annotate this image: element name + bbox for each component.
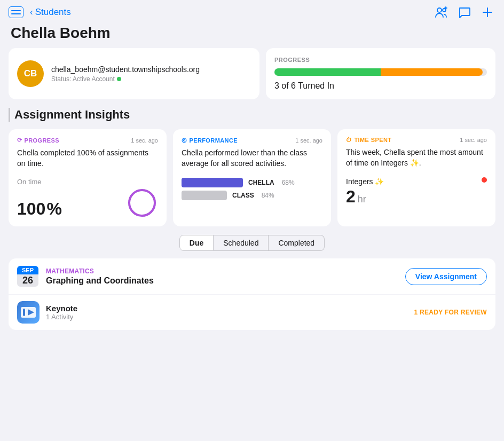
- item-subtitle: 1 Activity: [46, 313, 77, 321]
- keynote-icon: [17, 301, 40, 324]
- person-group-button[interactable]: [435, 6, 447, 18]
- progress-bar-green: [274, 68, 381, 76]
- class-bar-label: CLASS: [232, 192, 254, 199]
- progress-metric-label: On time: [17, 178, 158, 186]
- insight-tag-progress: ⟳ PROGRESS: [17, 137, 59, 144]
- time-tag-icon: ⏱: [346, 137, 352, 143]
- tab-scheduled[interactable]: Scheduled: [214, 235, 269, 251]
- time-unit: hr: [358, 194, 366, 205]
- insight-tag-time: ⏱ TIME SPENT: [346, 137, 391, 143]
- time-topic: Integers ✨: [346, 177, 384, 186]
- assignment-date-badge: SEP 26: [17, 266, 38, 287]
- page-title-area: Chella Boehm: [0, 22, 504, 48]
- back-label: Students: [35, 7, 71, 18]
- assignment-item-left: Keynote 1 Activity: [17, 301, 77, 324]
- assignment-item-keynote: Keynote 1 Activity 1 READY FOR REVIEW: [9, 295, 495, 330]
- svg-point-7: [129, 190, 155, 216]
- status-text: Status: Active Account: [51, 75, 115, 83]
- progress-subtitle: 3 of 6 Turned In: [274, 81, 487, 91]
- insight-tag-performance: ◎ PERFORMANCE: [182, 137, 238, 144]
- performance-tag-label: PERFORMANCE: [189, 137, 238, 144]
- insight-description-performance: Chella performed lower than the class av…: [182, 148, 322, 169]
- progress-tag-label: PROGRESS: [24, 137, 59, 144]
- progress-tag-icon: ⟳: [17, 137, 22, 144]
- chella-bar: [182, 178, 243, 187]
- class-bar-pct: 84%: [262, 192, 274, 199]
- assignment-section: SEP 26 MATHEMATICS Graphing and Coordina…: [9, 258, 495, 330]
- toggle-line-2: [11, 13, 21, 14]
- progress-card: PROGRESS 3 of 6 Turned In: [266, 48, 495, 99]
- class-bar: [182, 191, 227, 200]
- top-bar-left: ‹ Students: [9, 6, 71, 18]
- item-name: Keynote: [46, 304, 77, 313]
- assignment-subject: MATHEMATICS: [46, 267, 405, 275]
- insight-card-progress: ⟳ PROGRESS 1 sec. ago Chella completed 1…: [9, 129, 167, 226]
- section-header: Assignment Insights: [9, 108, 495, 122]
- assignment-header: SEP 26 MATHEMATICS Graphing and Coordina…: [9, 258, 495, 295]
- insight-timestamp-time: 1 sec. ago: [460, 137, 487, 143]
- toggle-line-1: [11, 10, 21, 11]
- progress-bar-orange: [381, 68, 483, 76]
- back-navigation[interactable]: ‹ Students: [30, 7, 71, 18]
- page-title: Chella Boehm: [11, 25, 493, 42]
- insights-row: ⟳ PROGRESS 1 sec. ago Chella completed 1…: [9, 129, 495, 226]
- message-button[interactable]: [458, 6, 471, 18]
- time-metric-area: Integers ✨ 2 hr: [346, 177, 384, 207]
- chella-bar-row: CHELLA 68%: [182, 178, 322, 187]
- add-icon: [482, 6, 493, 18]
- svg-point-1: [443, 9, 446, 12]
- back-chevron-icon: ‹: [30, 7, 33, 18]
- svg-point-0: [437, 8, 442, 12]
- insight-description-progress: Chella completed 100% of assignments on …: [17, 148, 158, 169]
- time-value: 2: [346, 187, 356, 207]
- student-email: chella_boehm@student.townshipschools.org: [51, 65, 200, 74]
- insight-card-header-time: ⏱ TIME SPENT 1 sec. ago: [346, 137, 487, 143]
- time-indicator-dot: [482, 177, 487, 183]
- item-status: 1 READY FOR REVIEW: [414, 309, 487, 316]
- chella-bar-label: CHELLA: [248, 179, 274, 186]
- insight-card-performance: ◎ PERFORMANCE 1 sec. ago Chella performe…: [173, 129, 331, 226]
- student-status: Status: Active Account: [51, 75, 200, 83]
- progress-label: PROGRESS: [274, 57, 487, 63]
- content-area: CB chella_boehm@student.townshipschools.…: [0, 48, 504, 330]
- insight-card-time-spent: ⏱ TIME SPENT 1 sec. ago This week, Chell…: [337, 129, 495, 226]
- student-info: chella_boehm@student.townshipschools.org…: [51, 65, 200, 83]
- avatar: CB: [17, 60, 44, 87]
- progress-metric-unit: %: [46, 199, 61, 219]
- item-details: Keynote 1 Activity: [46, 304, 77, 321]
- date-month: SEP: [17, 266, 38, 274]
- top-bar: ‹ Students: [0, 0, 504, 22]
- status-active-dot: [117, 77, 121, 81]
- sidebar-toggle-button[interactable]: [9, 6, 23, 18]
- tab-due[interactable]: Due: [179, 235, 214, 251]
- class-bar-row: CLASS 84%: [182, 191, 322, 200]
- assignment-title-area: MATHEMATICS Graphing and Coordinates: [46, 267, 405, 286]
- insight-timestamp-performance: 1 sec. ago: [295, 137, 322, 144]
- chella-bar-pct: 68%: [282, 179, 295, 186]
- progress-metric-value: 100: [17, 199, 45, 219]
- progress-circle-chart: [126, 187, 158, 219]
- person-group-icon: [435, 6, 447, 18]
- time-tag-label: TIME SPENT: [354, 137, 391, 143]
- insight-card-header-performance: ◎ PERFORMANCE 1 sec. ago: [182, 137, 322, 144]
- add-button[interactable]: [482, 6, 493, 18]
- top-cards-row: CB chella_boehm@student.townshipschools.…: [9, 48, 495, 99]
- top-bar-right: [435, 6, 493, 18]
- main-container: ‹ Students: [0, 0, 504, 441]
- insight-timestamp-progress: 1 sec. ago: [131, 137, 158, 144]
- date-day: 26: [17, 274, 38, 287]
- tab-completed[interactable]: Completed: [269, 235, 325, 251]
- performance-tag-icon: ◎: [182, 137, 187, 144]
- student-info-card: CB chella_boehm@student.townshipschools.…: [9, 48, 259, 99]
- insight-card-header-progress: ⟳ PROGRESS 1 sec. ago: [17, 137, 158, 144]
- filter-tabs: Due Scheduled Completed: [9, 235, 495, 251]
- progress-bar-container: [274, 68, 487, 76]
- assignment-title: Graphing and Coordinates: [46, 276, 405, 286]
- insight-description-time: This week, Chella spent the most amount …: [346, 147, 487, 169]
- view-assignment-button[interactable]: View Assignment: [405, 268, 487, 285]
- message-icon: [458, 6, 471, 18]
